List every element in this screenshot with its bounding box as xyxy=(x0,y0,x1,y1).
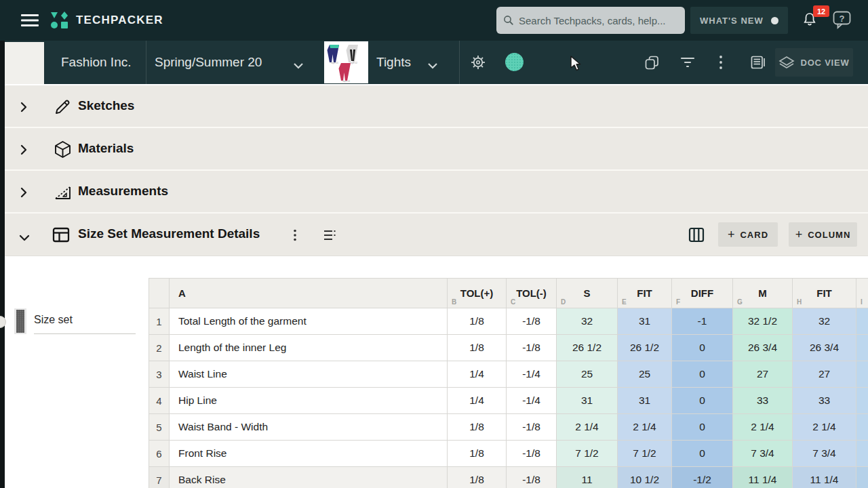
column-header-F[interactable]: DIFFF xyxy=(672,279,733,308)
row-number-cell[interactable]: 4 xyxy=(149,388,170,414)
column-header-E[interactable]: FITE xyxy=(618,279,672,308)
season-selector[interactable]: Spring/Summer 20 xyxy=(155,41,262,84)
fit-s-cell[interactable]: 26 1/2 xyxy=(618,335,672,361)
size-s-cell[interactable]: 32 xyxy=(557,308,618,335)
columns-view-icon[interactable] xyxy=(688,227,705,245)
company-name[interactable]: Fashion Inc. xyxy=(61,41,132,84)
extra-column-cell[interactable] xyxy=(856,388,868,414)
add-card-button[interactable]: + CARD xyxy=(718,222,778,247)
filter-icon[interactable] xyxy=(680,56,695,72)
tol-minus-cell[interactable]: -1/8 xyxy=(507,441,557,467)
fit-m-cell[interactable]: 7 3/4 xyxy=(793,441,856,467)
fit-s-cell[interactable]: 7 1/2 xyxy=(618,441,672,467)
row-number-header[interactable] xyxy=(149,279,170,308)
measurement-name-cell[interactable]: Total Length of the garment xyxy=(170,308,448,335)
size-m-cell[interactable]: 32 1/2 xyxy=(733,308,793,335)
section-size-set-measurement-details[interactable]: Size Set Measurement Details + CARD + CO… xyxy=(5,214,868,256)
tol-plus-cell[interactable]: 1/8 xyxy=(448,467,507,488)
global-search[interactable] xyxy=(496,7,685,34)
fit-m-cell[interactable]: 26 3/4 xyxy=(793,335,856,361)
diff-cell[interactable]: 0 xyxy=(672,361,733,388)
extra-column-cell[interactable] xyxy=(856,441,868,467)
fit-s-cell[interactable]: 31 xyxy=(618,388,672,414)
size-s-cell[interactable]: 25 xyxy=(557,361,618,388)
row-number-cell[interactable]: 6 xyxy=(149,441,170,467)
fit-m-cell[interactable]: 33 xyxy=(793,388,856,414)
fit-m-cell[interactable]: 2 1/4 xyxy=(793,414,856,441)
duplicate-icon[interactable] xyxy=(644,55,660,73)
size-m-cell[interactable]: 33 xyxy=(733,388,793,414)
column-header-A[interactable]: A xyxy=(170,279,448,308)
section-kebab-icon[interactable] xyxy=(293,229,297,244)
extra-column-cell[interactable] xyxy=(856,335,868,361)
extra-column-cell[interactable] xyxy=(856,414,868,441)
row-number-cell[interactable]: 7 xyxy=(149,467,170,488)
fit-s-cell[interactable]: 31 xyxy=(618,308,672,335)
extra-column-cell[interactable] xyxy=(856,361,868,388)
tol-plus-cell[interactable]: 1/4 xyxy=(448,388,507,414)
column-header-I[interactable]: I xyxy=(856,279,868,308)
measurement-name-cell[interactable]: Waist Band - Width xyxy=(170,414,448,441)
diff-cell[interactable]: 0 xyxy=(672,388,733,414)
column-header-D[interactable]: SD xyxy=(557,279,618,308)
diff-cell[interactable]: 0 xyxy=(672,441,733,467)
row-number-cell[interactable]: 1 xyxy=(149,308,170,335)
size-m-cell[interactable]: 26 3/4 xyxy=(733,335,793,361)
tol-minus-cell[interactable]: -1/8 xyxy=(507,335,557,361)
size-set-swatch[interactable] xyxy=(14,308,26,334)
diff-cell[interactable]: 0 xyxy=(672,414,733,441)
row-number-cell[interactable]: 5 xyxy=(149,414,170,441)
fit-s-cell[interactable]: 25 xyxy=(618,361,672,388)
whats-new-button[interactable]: WHAT'S NEW xyxy=(690,7,788,34)
column-header-B[interactable]: TOL(+)B xyxy=(448,279,507,308)
card-notes-icon[interactable] xyxy=(750,55,766,73)
tol-minus-cell[interactable]: -1/8 xyxy=(507,308,557,335)
size-m-cell[interactable]: 2 1/4 xyxy=(733,414,793,441)
settings-gear-icon[interactable] xyxy=(471,55,486,73)
tol-minus-cell[interactable]: -1/8 xyxy=(507,467,557,488)
user-avatar[interactable] xyxy=(505,53,524,71)
section-sketches[interactable]: Sketches xyxy=(5,85,868,128)
tol-plus-cell[interactable]: 1/8 xyxy=(448,414,507,441)
diff-cell[interactable]: 0 xyxy=(672,335,733,361)
season-chevron-down-icon[interactable] xyxy=(293,60,304,72)
techpacker-logo-icon[interactable] xyxy=(50,11,69,33)
diff-cell[interactable]: -1 xyxy=(672,308,733,335)
size-s-cell[interactable]: 11 xyxy=(557,467,618,488)
doc-view-button[interactable]: DOC VIEW xyxy=(775,48,853,77)
column-header-G[interactable]: MG xyxy=(733,279,793,308)
chevron-right-icon[interactable] xyxy=(20,187,27,201)
fit-m-cell[interactable]: 32 xyxy=(793,308,856,335)
tol-minus-cell[interactable]: -1/4 xyxy=(507,388,557,414)
chevron-right-icon[interactable] xyxy=(20,102,27,115)
row-number-cell[interactable]: 2 xyxy=(149,335,170,361)
size-s-cell[interactable]: 26 1/2 xyxy=(557,335,618,361)
row-number-cell[interactable]: 3 xyxy=(149,361,170,388)
size-s-cell[interactable]: 7 1/2 xyxy=(557,441,618,467)
notifications-button[interactable]: 12 xyxy=(802,11,829,33)
tol-plus-cell[interactable]: 1/8 xyxy=(448,308,507,335)
fit-s-cell[interactable]: 2 1/4 xyxy=(618,414,672,441)
column-header-C[interactable]: TOL(-)C xyxy=(507,279,557,308)
extra-column-cell[interactable] xyxy=(856,308,868,335)
measurement-name-cell[interactable]: Waist Line xyxy=(170,361,448,388)
add-column-button[interactable]: + COLUMN xyxy=(789,222,857,247)
measurement-name-cell[interactable]: Length of the inner Leg xyxy=(170,335,448,361)
section-measurements[interactable]: Measurements xyxy=(5,171,868,214)
tol-plus-cell[interactable]: 1/4 xyxy=(448,361,507,388)
size-m-cell[interactable]: 11 1/4 xyxy=(733,467,793,488)
tol-plus-cell[interactable]: 1/8 xyxy=(448,441,507,467)
tol-plus-cell[interactable]: 1/8 xyxy=(448,335,507,361)
chevron-down-icon[interactable] xyxy=(19,232,30,244)
column-header-H[interactable]: FITH xyxy=(793,279,856,308)
fit-m-cell[interactable]: 27 xyxy=(793,361,856,388)
fit-m-cell[interactable]: 11 1/4 xyxy=(793,467,856,488)
search-input[interactable] xyxy=(519,15,678,26)
style-selector[interactable]: Tights xyxy=(376,41,411,84)
size-s-cell[interactable]: 31 xyxy=(557,388,618,414)
style-thumbnail[interactable]: Style 01Style 02Style 03 xyxy=(324,41,368,83)
list-settings-icon[interactable] xyxy=(323,230,338,243)
fit-s-cell[interactable]: 10 1/2 xyxy=(618,467,672,488)
row-drag-handle[interactable] xyxy=(0,316,6,328)
size-s-cell[interactable]: 2 1/4 xyxy=(557,414,618,441)
